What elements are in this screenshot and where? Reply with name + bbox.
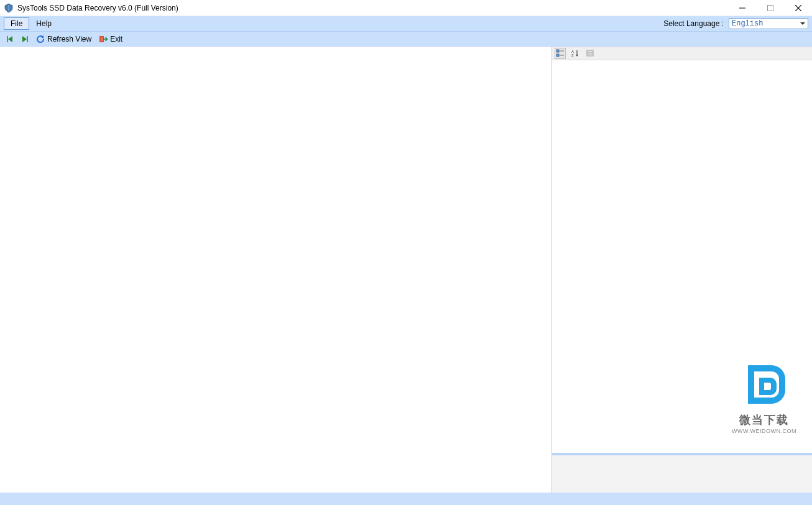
svg-marker-18 bbox=[576, 55, 578, 57]
svg-marker-5 bbox=[8, 36, 12, 42]
svg-rect-14 bbox=[560, 55, 564, 55]
side-panel: A Z bbox=[552, 47, 812, 493]
window-title: SysTools SSD Data Recovery v6.0 (Full Ve… bbox=[17, 4, 178, 12]
main-view-pane bbox=[0, 47, 552, 493]
refresh-view-label: Refresh View bbox=[47, 35, 91, 43]
properties-toolbar: A Z bbox=[552, 47, 812, 60]
titlebar: SysTools SSD Data Recovery v6.0 (Full Ve… bbox=[0, 0, 812, 16]
property-pages-button[interactable] bbox=[584, 48, 596, 59]
language-select-value: English bbox=[732, 19, 763, 28]
svg-rect-13 bbox=[556, 54, 559, 57]
svg-marker-6 bbox=[22, 36, 27, 42]
exit-button[interactable]: Exit bbox=[96, 34, 125, 44]
menu-file[interactable]: File bbox=[4, 17, 29, 30]
nav-first-button[interactable] bbox=[4, 35, 16, 43]
property-alphabetical-button[interactable]: A Z bbox=[570, 48, 581, 59]
menubar: File Help Select Language : English bbox=[0, 16, 812, 31]
content-area: A Z bbox=[0, 46, 812, 493]
svg-text:Z: Z bbox=[571, 53, 574, 57]
properties-body bbox=[552, 60, 812, 453]
language-select[interactable]: English bbox=[729, 18, 808, 29]
menu-help-label: Help bbox=[36, 19, 52, 28]
description-pane bbox=[552, 455, 812, 493]
refresh-icon bbox=[36, 35, 45, 43]
statusbar bbox=[0, 493, 812, 505]
svg-rect-1 bbox=[767, 5, 773, 11]
close-button[interactable] bbox=[784, 0, 812, 16]
svg-rect-19 bbox=[587, 50, 593, 56]
app-icon bbox=[4, 3, 14, 13]
svg-rect-12 bbox=[560, 50, 564, 51]
properties-pane: A Z bbox=[552, 47, 812, 455]
maximize-button[interactable] bbox=[756, 0, 784, 16]
chevron-down-icon bbox=[800, 22, 805, 25]
refresh-view-button[interactable]: Refresh View bbox=[34, 34, 94, 44]
svg-rect-10 bbox=[101, 37, 103, 41]
nav-last-button[interactable] bbox=[19, 35, 31, 43]
property-categorized-button[interactable] bbox=[555, 48, 566, 59]
exit-icon bbox=[99, 35, 108, 43]
exit-label: Exit bbox=[110, 35, 122, 43]
menu-help[interactable]: Help bbox=[29, 17, 58, 30]
minimize-button[interactable] bbox=[728, 0, 756, 16]
menu-file-label: File bbox=[11, 19, 22, 28]
svg-rect-11 bbox=[556, 50, 559, 52]
language-label: Select Language : bbox=[663, 19, 724, 28]
toolbar: Refresh View Exit bbox=[0, 31, 812, 46]
